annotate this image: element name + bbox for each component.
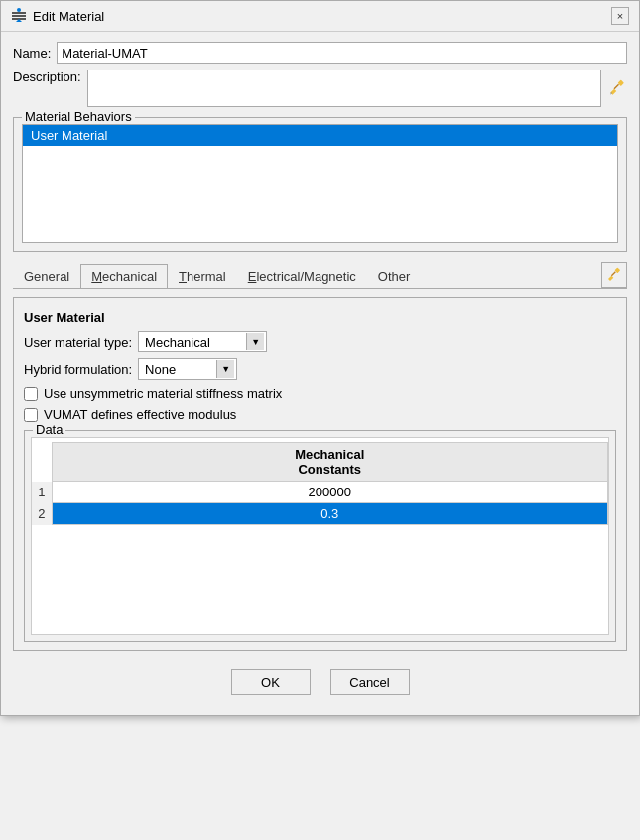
- mechanical-constants-header: MechanicalConstants: [52, 443, 608, 482]
- user-material-section-label: User Material: [24, 310, 616, 325]
- row-1-value[interactable]: 200000: [52, 482, 608, 503]
- tab-general-label: General: [24, 269, 69, 284]
- title-bar: Edit Material ×: [1, 1, 639, 32]
- tab-other-label: Other: [378, 269, 411, 284]
- user-material-type-label: User material type:: [24, 335, 132, 350]
- row-1-num: 1: [32, 482, 52, 503]
- buttons-row: OK Cancel: [13, 669, 627, 705]
- tab-thermal-label: Thermal: [179, 269, 226, 284]
- pencil-icon: [608, 79, 626, 97]
- tab-pencil-button[interactable]: [601, 262, 627, 288]
- tab-electrical-magnetic-label: Electrical/Magnetic: [248, 269, 356, 284]
- tab-thermal[interactable]: Thermal: [168, 264, 237, 288]
- hybrid-formulation-label: Hybrid formulation:: [24, 362, 132, 377]
- user-material-type-dropdown[interactable]: Mechanical ▼: [138, 331, 267, 352]
- svg-rect-0: [12, 12, 26, 14]
- checkbox-unsymmetric[interactable]: [24, 387, 38, 401]
- user-material-section: User Material User material type: Mechan…: [13, 297, 627, 651]
- tab-other[interactable]: Other: [367, 264, 422, 288]
- data-group-label: Data: [33, 422, 65, 437]
- hybrid-formulation-arrow[interactable]: ▼: [216, 360, 234, 378]
- tab-electrical-magnetic[interactable]: Electrical/Magnetic: [237, 264, 367, 288]
- table-row: 2 0.3: [32, 503, 608, 525]
- svg-rect-1: [12, 15, 26, 17]
- tab-general[interactable]: General: [13, 264, 80, 288]
- name-label: Name:: [13, 46, 51, 61]
- row-2-value[interactable]: 0.3: [52, 503, 608, 525]
- description-row: Description:: [13, 70, 627, 107]
- hybrid-formulation-dropdown[interactable]: None ▼: [138, 358, 237, 380]
- close-button[interactable]: ×: [611, 7, 629, 25]
- checkbox-unsymmetric-label: Use unsymmetric material stiffness matri…: [44, 386, 282, 401]
- name-input[interactable]: [57, 42, 627, 64]
- dialog-title: Edit Material: [33, 9, 104, 24]
- tab-mechanical[interactable]: Mechanical: [80, 264, 168, 288]
- dialog-icon: [11, 8, 27, 24]
- dialog-body: Name: Description: Material Behaviors Us…: [1, 32, 639, 715]
- checkbox-unsymmetric-row: Use unsymmetric material stiffness matri…: [24, 386, 616, 401]
- svg-marker-6: [610, 89, 616, 95]
- description-pencil-button[interactable]: [607, 70, 627, 107]
- hybrid-formulation-row: Hybrid formulation: None ▼: [24, 358, 616, 380]
- checkbox-vumat-row: VUMAT defines effective modulus: [24, 407, 616, 422]
- behaviors-list[interactable]: User Material: [22, 124, 618, 243]
- name-row: Name:: [13, 42, 627, 64]
- data-table-wrapper[interactable]: MechanicalConstants 1 200000 2 0.3: [31, 437, 609, 635]
- tab-pencil-icon: [606, 267, 622, 283]
- data-table: MechanicalConstants 1 200000 2 0.3: [32, 442, 608, 525]
- tabs-row: General Mechanical Thermal Electrical/Ma…: [13, 262, 627, 289]
- user-material-type-arrow[interactable]: ▼: [246, 333, 264, 350]
- material-behaviors-group: Material Behaviors User Material: [13, 117, 627, 252]
- edit-material-dialog: Edit Material × Name: Description:: [0, 0, 640, 716]
- description-textarea[interactable]: [87, 70, 601, 107]
- checkbox-vumat[interactable]: [24, 408, 38, 422]
- svg-line-11: [611, 272, 615, 276]
- row-num-header: [32, 443, 52, 482]
- svg-line-7: [614, 84, 619, 89]
- checkbox-vumat-label: VUMAT defines effective modulus: [44, 407, 236, 422]
- user-material-type-row: User material type: Mechanical ▼: [24, 331, 616, 352]
- material-behaviors-label: Material Behaviors: [22, 109, 135, 124]
- table-row: 1 200000: [32, 482, 608, 503]
- description-label: Description:: [13, 70, 81, 84]
- svg-point-3: [17, 8, 21, 12]
- hybrid-formulation-value: None: [141, 362, 216, 377]
- title-bar-left: Edit Material: [11, 8, 104, 24]
- tab-mechanical-label: Mechanical: [91, 269, 157, 284]
- ok-button[interactable]: OK: [231, 669, 311, 695]
- cancel-button[interactable]: Cancel: [330, 669, 410, 695]
- data-group: Data MechanicalConstants 1 2000: [24, 430, 616, 642]
- svg-marker-10: [608, 276, 613, 281]
- user-material-type-value: Mechanical: [141, 335, 246, 350]
- behavior-item-user-material[interactable]: User Material: [23, 125, 617, 146]
- row-2-num: 2: [32, 503, 52, 525]
